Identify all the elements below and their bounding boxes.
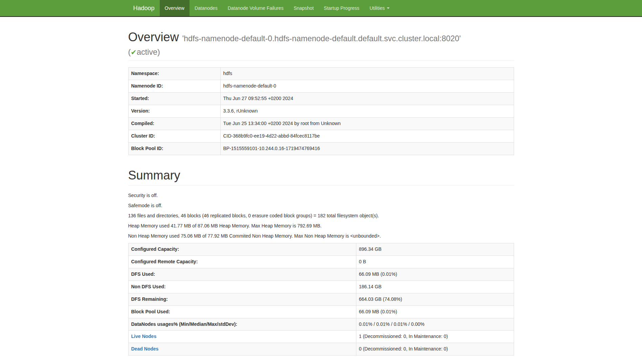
summary-value: 1 (Decommissioned: 0, In Maintenance: 0): [356, 331, 514, 343]
nav-tab-startup-progress-label: Startup Progress: [324, 5, 359, 11]
namenode-info-table: Namespace: hdfs Namenode ID: hdfs-nameno…: [128, 67, 514, 155]
info-value: Tue Jun 25 13:34:00 +0200 2024 by root f…: [220, 118, 514, 130]
dead-nodes-link[interactable]: Dead Nodes: [131, 346, 159, 351]
nav-tab-startup-progress[interactable]: Startup Progress: [319, 0, 364, 16]
info-label: Started:: [128, 93, 220, 105]
summary-label: DFS Remaining:: [128, 293, 356, 306]
info-label: Namenode ID:: [128, 80, 220, 93]
state-label: active: [137, 48, 157, 56]
nav-tab-datanodes[interactable]: Datanodes: [190, 0, 223, 16]
info-value: 3.3.6, rUnknown: [220, 105, 514, 118]
nav-tab-overview-label: Overview: [165, 5, 184, 11]
nav-dropdown-utilities-label: Utilities: [370, 5, 385, 11]
table-row: Compiled: Tue Jun 25 13:34:00 +0200 2024…: [128, 118, 514, 130]
page-title-text: Overview: [128, 30, 179, 44]
summary-label: Non DFS Used:: [128, 281, 356, 293]
nav-tab-overview[interactable]: Overview: [160, 0, 190, 16]
summary-value: 0 B: [356, 256, 514, 268]
table-row: DataNodes usages% (Min/Median/Max/stdDev…: [128, 318, 514, 331]
summary-value: 0 (Decommissioned: 0, In Maintenance: 0): [356, 343, 514, 356]
summary-label: DFS Used:: [128, 268, 356, 281]
summary-page-header: Summary: [128, 169, 514, 186]
info-value: Thu Jun 27 09:52:55 +0200 2024: [220, 93, 514, 105]
summary-label: Configured Capacity:: [128, 243, 356, 256]
info-value: CID-368b9fc0-ee19-4d22-abbd-84fcec8117be: [220, 130, 514, 143]
table-row: Namenode ID: hdfs-namenode-default-0: [128, 80, 514, 93]
heap-memory-text: Heap Memory used 41.77 MB of 87.06 MB He…: [128, 223, 514, 229]
table-row: Block Pool ID: BP-1515559101-10.244.0.16…: [128, 143, 514, 155]
table-row: Started: Thu Jun 27 09:52:55 +0200 2024: [128, 93, 514, 105]
overview-page-header: Overview 'hdfs-namenode-default-0.hdfs-n…: [128, 30, 514, 60]
table-row: Configured Capacity: 896.34 GB: [128, 243, 514, 256]
brand-hadoop[interactable]: Hadoop: [128, 0, 160, 16]
info-label: Namespace:: [128, 68, 220, 80]
table-row: Block Pool Used: 66.09 MB (0.01%): [128, 306, 514, 318]
table-row: Configured Remote Capacity: 0 B: [128, 256, 514, 268]
info-label: Version:: [128, 105, 220, 118]
navbar-menu: Overview Datanodes Datanode Volume Failu…: [160, 0, 395, 16]
info-value: BP-1515559101-10.244.0.16-1719474769416: [220, 143, 514, 155]
nav-tab-datanodes-label: Datanodes: [195, 5, 218, 11]
nav-tab-snapshot-label: Snapshot: [294, 5, 314, 11]
top-navbar: Hadoop Overview Datanodes Datanode Volum…: [0, 0, 642, 17]
info-value: hdfs-namenode-default-0: [220, 80, 514, 93]
summary-value: 66.09 MB (0.01%): [356, 306, 514, 318]
table-row: Namespace: hdfs: [128, 68, 514, 80]
summary-label: Dead Nodes: [128, 343, 356, 356]
table-row: Version: 3.3.6, rUnknown: [128, 105, 514, 118]
info-label: Cluster ID:: [128, 130, 220, 143]
summary-table: Configured Capacity: 896.34 GB Configure…: [128, 243, 514, 356]
nav-dropdown-utilities[interactable]: Utilities: [364, 0, 395, 16]
safemode-status-text: Safemode is off.: [128, 202, 514, 209]
namenode-state: (✔active): [128, 48, 160, 56]
summary-value: 66.09 MB (0.01%): [356, 268, 514, 281]
page-title: Overview 'hdfs-namenode-default-0.hdfs-n…: [128, 30, 514, 57]
summary-label: Configured Remote Capacity:: [128, 256, 356, 268]
nav-tab-datanode-volume-failures[interactable]: Datanode Volume Failures: [223, 0, 289, 16]
info-value: hdfs: [220, 68, 514, 80]
table-row: DFS Used: 66.09 MB (0.01%): [128, 268, 514, 281]
paren-close: ): [157, 48, 160, 56]
chevron-down-icon: [387, 7, 390, 9]
active-check-icon: ✔: [131, 48, 137, 56]
namenode-address: 'hdfs-namenode-default-0.hdfs-namenode-d…: [182, 34, 461, 43]
summary-value: 664.03 GB (74.08%): [356, 293, 514, 306]
summary-label: Live Nodes: [128, 331, 356, 343]
summary-label: Block Pool Used:: [128, 306, 356, 318]
main-content: Overview 'hdfs-namenode-default-0.hdfs-n…: [123, 30, 519, 356]
non-heap-memory-text: Non Heap Memory used 75.06 MB of 77.92 M…: [128, 233, 514, 240]
table-row: Non DFS Used: 186.14 GB: [128, 281, 514, 293]
summary-label: DataNodes usages% (Min/Median/Max/stdDev…: [128, 318, 356, 331]
table-row: Cluster ID: CID-368b9fc0-ee19-4d22-abbd-…: [128, 130, 514, 143]
summary-value: 186.14 GB: [356, 281, 514, 293]
live-nodes-link[interactable]: Live Nodes: [131, 334, 157, 339]
info-label: Block Pool ID:: [128, 143, 220, 155]
nav-tab-datanode-volume-failures-label: Datanode Volume Failures: [228, 5, 284, 11]
table-row: DFS Remaining: 664.03 GB (74.08%): [128, 293, 514, 306]
info-label: Compiled:: [128, 118, 220, 130]
nav-tab-snapshot[interactable]: Snapshot: [289, 0, 319, 16]
table-row: Live Nodes 1 (Decommissioned: 0, In Main…: [128, 331, 514, 343]
summary-heading: Summary: [128, 169, 514, 182]
table-row: Dead Nodes 0 (Decommissioned: 0, In Main…: [128, 343, 514, 356]
navbar-container: Hadoop Overview Datanodes Datanode Volum…: [123, 0, 519, 16]
filesystem-objects-text: 136 files and directories, 46 blocks (46…: [128, 213, 514, 219]
security-status-text: Security is off.: [128, 192, 514, 199]
summary-value: 0.01% / 0.01% / 0.01% / 0.00%: [356, 318, 514, 331]
summary-value: 896.34 GB: [356, 243, 514, 256]
